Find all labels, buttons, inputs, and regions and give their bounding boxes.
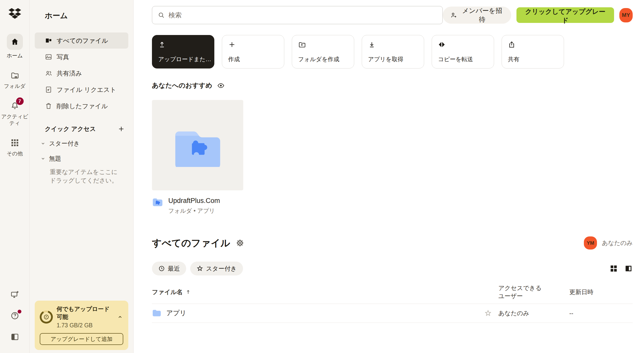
sidebar-item-photos[interactable]: 写真	[35, 49, 128, 65]
panel-toggle-icon	[10, 332, 19, 341]
chevron-down-icon	[40, 156, 46, 161]
sidebar-item-label: 削除したファイル	[57, 102, 108, 110]
folder-illustration	[171, 124, 224, 167]
suggested-folder-caption[interactable]: UpdraftPlus.Com フォルダ • アプリ	[152, 197, 633, 215]
action-label: コピーを転送	[438, 55, 473, 63]
split-view-icon[interactable]	[624, 264, 633, 273]
share-action-card[interactable]: 共有	[502, 35, 564, 68]
row-access-cell: あなたのみ	[498, 309, 569, 317]
file-request-icon	[45, 86, 52, 93]
rail-item-label: ホーム	[6, 52, 23, 59]
file-table-header: ファイル名 アクセスできるユーザー 更新日時	[152, 284, 633, 304]
chevron-up-icon[interactable]	[117, 313, 123, 321]
suggested-folder-name: UpdraftPlus.Com	[168, 197, 220, 205]
upload-icon	[158, 41, 166, 48]
sort-up-icon	[185, 289, 191, 295]
table-row[interactable]: アプリ あなたのみ --	[152, 304, 633, 323]
upload-action-card[interactable]: アップロードまた…	[152, 35, 214, 68]
sidebar-nav: すべてのファイル 写真 共有済み	[35, 32, 128, 114]
group-starred[interactable]: スター付き	[35, 136, 128, 151]
suggested-folder-meta: フォルダ • アプリ	[168, 207, 220, 215]
filter-recent-chip[interactable]: 最近	[152, 262, 186, 275]
group-label: 無題	[49, 155, 61, 163]
collapse-sidebar-button[interactable]	[10, 332, 19, 342]
shared-people-icon	[45, 69, 52, 77]
search-input[interactable]	[169, 11, 437, 19]
invite-members-label: メンバーを招待	[461, 6, 504, 24]
upgrade-storage-button[interactable]: アップグレードして追加	[40, 333, 123, 345]
column-header-name[interactable]: ファイル名	[152, 288, 484, 296]
share-icon	[508, 41, 515, 48]
install-app-button[interactable]	[10, 290, 19, 300]
all-files-icon	[45, 37, 52, 44]
sidebar-item-shared[interactable]: 共有済み	[35, 65, 128, 81]
grid-icon-box	[10, 138, 19, 148]
column-header-access[interactable]: アクセスできるユーザー	[498, 284, 542, 300]
grid-view-icon[interactable]	[610, 264, 618, 273]
group-untitled[interactable]: 無題	[35, 151, 128, 166]
suggested-folder-texts: UpdraftPlus.Com フォルダ • アプリ	[168, 197, 220, 215]
suggested-folder-card[interactable]	[152, 100, 243, 190]
quick-actions-row: アップロードまた… 作成 フォルダを作成 アプリを取得	[152, 35, 633, 68]
storage-summary[interactable]: 何でもアップロード可能 1.73 GB/2 GB	[40, 305, 123, 329]
file-table: ファイル名 アクセスできるユーザー 更新日時 アプリ あなたのみ	[152, 284, 633, 323]
help-button[interactable]	[10, 311, 19, 321]
rail-item-more[interactable]: その他	[0, 138, 29, 157]
suggested-title: あなたへのおすすめ	[152, 81, 212, 90]
sidebar: ホーム すべてのファイル 写真	[30, 0, 134, 353]
filter-starred-chip[interactable]: スター付き	[190, 262, 243, 275]
download-icon	[368, 41, 376, 48]
storage-progress-ring	[40, 310, 53, 324]
create-action-card[interactable]: 作成	[222, 35, 284, 68]
owner-avatar[interactable]: YM	[584, 236, 597, 250]
action-label: アプリを取得	[368, 55, 403, 63]
eye-icon[interactable]	[217, 82, 225, 89]
rail-item-label: フォルダ	[4, 83, 26, 89]
search-bar[interactable]	[152, 6, 443, 24]
folder-icon	[10, 71, 19, 80]
plus-icon	[228, 41, 236, 48]
get-apps-action-card[interactable]: アプリを取得	[362, 35, 424, 68]
storage-texts: 何でもアップロード可能 1.73 GB/2 GB	[57, 305, 113, 329]
action-label: 作成	[228, 55, 240, 63]
create-folder-action-card[interactable]: フォルダを作成	[292, 35, 354, 68]
chevron-down-icon	[40, 141, 46, 146]
action-label: 共有	[508, 55, 519, 63]
quick-access-header: クイック アクセス	[45, 125, 125, 133]
rail-item-home[interactable]: ホーム	[0, 34, 29, 59]
view-toggles	[610, 264, 633, 273]
sidebar-item-all-files[interactable]: すべてのファイル	[35, 32, 128, 49]
sidebar-item-file-requests[interactable]: ファイル リクエスト	[35, 82, 128, 98]
bell-icon-box: 7	[10, 101, 19, 111]
user-avatar[interactable]: MY	[619, 8, 633, 22]
invite-members-button[interactable]: メンバーを招待	[443, 7, 511, 24]
grid-dots-icon	[10, 138, 19, 147]
star-icon[interactable]	[484, 309, 492, 317]
sidebar-item-deleted-files[interactable]: 削除したファイル	[35, 98, 128, 114]
row-name-cell: アプリ	[152, 309, 484, 317]
gear-icon[interactable]	[236, 239, 244, 247]
notification-badge: 7	[16, 97, 24, 105]
rail-item-label: アクティビティ	[0, 113, 29, 126]
column-header-modified[interactable]: 更新日時	[569, 288, 633, 296]
home-icon	[11, 38, 19, 46]
storage-usage: 1.73 GB/2 GB	[57, 322, 113, 329]
rail-item-activity[interactable]: 7 アクティビティ	[0, 101, 29, 126]
add-quick-access-icon[interactable]	[118, 125, 125, 132]
filter-chips-row: 最近 スター付き	[152, 262, 633, 275]
star-icon	[196, 265, 203, 272]
icon-rail: ホーム フォルダ 7 アクテ	[0, 0, 30, 353]
name-header-label: ファイル名	[152, 288, 183, 296]
rail-item-folders[interactable]: フォルダ	[0, 70, 29, 89]
dropbox-logo-icon[interactable]	[9, 8, 21, 19]
trash-icon	[45, 102, 52, 110]
upgrade-button[interactable]: クリックしてアップグレード	[516, 7, 614, 23]
owner-label: あなたのみ	[602, 239, 633, 247]
folder-icon-box	[10, 70, 19, 80]
storage-title: 何でもアップロード可能	[57, 305, 113, 321]
action-label: アップロードまた…	[158, 55, 211, 63]
drag-hint-text: 重要なアイテムをここにドラッグしてください。	[50, 168, 122, 185]
transfer-copy-action-card[interactable]: コピーを転送	[432, 35, 494, 68]
rail-nav: ホーム フォルダ 7 アクテ	[0, 34, 29, 157]
topbar-actions: メンバーを招待 クリックしてアップグレード MY	[443, 7, 633, 24]
